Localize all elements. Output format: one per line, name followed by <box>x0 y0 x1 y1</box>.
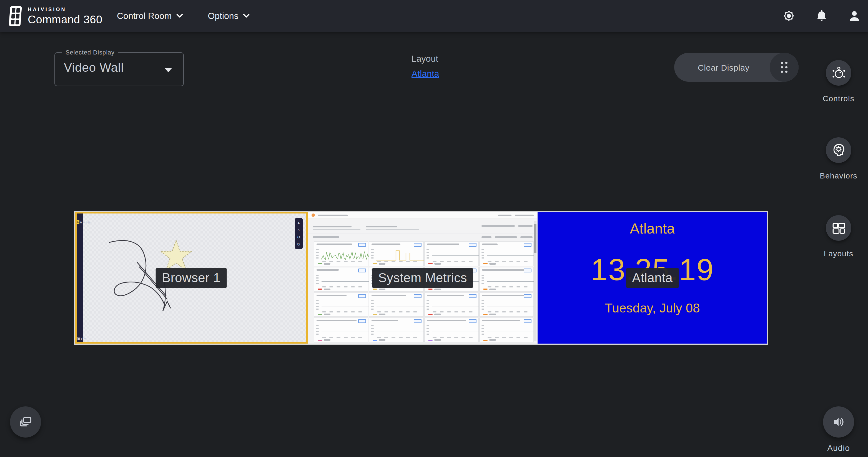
top-menus: Control Room Options <box>117 11 250 21</box>
clear-display-label: Clear Display <box>674 62 770 72</box>
audio-speaker-icon <box>831 415 846 429</box>
layouts-icon <box>831 221 846 235</box>
haivision-logo-icon <box>8 5 23 27</box>
drag-handle-icon <box>781 62 787 73</box>
chart-badge <box>524 319 532 323</box>
wall-panel-atlanta-clock[interactable]: Atlanta 13.25.19 Tuesday, July 08 Atlant… <box>537 212 767 344</box>
wall-panel-system-metrics[interactable]: System Metrics <box>307 212 537 344</box>
metrics-chart-cell <box>313 267 368 292</box>
clock-date: Tuesday, July 08 <box>605 301 700 316</box>
ellipse-tool-icon: ● <box>83 220 85 224</box>
clear-display-button[interactable]: Clear Display <box>674 53 799 82</box>
layouts-button[interactable] <box>826 215 851 241</box>
selected-display-dropdown[interactable]: Selected Display Video Wall <box>55 52 184 86</box>
metrics-dashboard-header <box>308 212 537 219</box>
chart-badge <box>469 319 476 323</box>
user-account-icon[interactable] <box>848 9 861 22</box>
chevron-down-icon <box>243 13 250 18</box>
drag-handle[interactable] <box>770 53 799 82</box>
image-tool-icon: ▣ <box>77 336 81 340</box>
panel-label-atlanta: Atlanta <box>626 268 679 287</box>
layout-label: Layout <box>411 54 439 64</box>
chart-badge <box>358 319 366 323</box>
command360-app: HAIVISION Command 360 Control Room Optio… <box>0 0 868 457</box>
dropdown-caret-icon <box>164 68 172 72</box>
frame-tool-icon: ▣ <box>75 220 76 224</box>
metrics-chart-grid <box>313 241 534 342</box>
behaviors-icon <box>831 142 846 158</box>
brand-haivision: HAIVISION <box>28 7 102 12</box>
metrics-chart-cell <box>479 267 534 292</box>
menu-options-label: Options <box>208 11 238 21</box>
controls-icon <box>831 66 847 80</box>
brand-text: HAIVISION Command 360 <box>28 7 102 25</box>
shape-tool-icon: ◆ <box>88 220 91 224</box>
chart-badge <box>358 243 366 247</box>
selected-display-value: Video Wall <box>64 61 124 75</box>
controls-button[interactable] <box>826 60 851 86</box>
video-wall-preview: ➤▣✎★●T◆ +▪▣⇄● ▲○↺↻ Browser 1 <box>74 211 768 345</box>
notifications-bell-icon[interactable] <box>815 9 828 22</box>
whiteboard-toolbar-bottom: +▪▣⇄● <box>75 332 86 342</box>
metrics-chart-cell <box>313 318 368 343</box>
behaviors-label: Behaviors <box>820 171 857 180</box>
dashboard-logo-icon <box>311 213 315 217</box>
behaviors-button[interactable] <box>826 137 851 163</box>
star-shape <box>160 240 192 270</box>
metrics-chart-cell <box>424 318 479 343</box>
metrics-chart-cell <box>369 318 424 343</box>
layouts-label: Layouts <box>824 249 853 258</box>
rail-item-behaviors: Behaviors <box>813 137 864 180</box>
rail-item-layouts: Layouts <box>813 215 864 258</box>
brand-command360: Command 360 <box>28 13 102 25</box>
metrics-variables-row <box>308 219 537 233</box>
whiteboard-toolbar-top: ➤▣✎★●T◆ <box>75 216 91 226</box>
metrics-variable-input <box>312 223 360 229</box>
metrics-chart-cell <box>313 292 368 317</box>
chart-badge <box>524 243 532 247</box>
top-bar-actions <box>782 9 861 22</box>
displays-stack-button[interactable] <box>10 406 41 437</box>
menu-control-room[interactable]: Control Room <box>117 11 183 21</box>
chart-badge <box>413 294 421 298</box>
metrics-variable-input <box>366 223 419 229</box>
clock-city: Atlanta <box>630 220 675 237</box>
settings-gear-icon[interactable] <box>782 9 795 22</box>
chart-badge <box>413 319 421 323</box>
layout-atlanta-link[interactable]: Atlanta <box>411 69 439 79</box>
draw-tool-icon: ✎ <box>76 220 79 224</box>
controls-label: Controls <box>823 94 855 103</box>
star-tool-icon: ★ <box>79 220 83 224</box>
color-tool-icon: ● <box>84 336 86 340</box>
metrics-chart-cell <box>479 318 534 343</box>
metrics-chart-cell <box>424 241 479 266</box>
chart-badge <box>524 294 532 298</box>
menu-control-room-label: Control Room <box>117 11 172 21</box>
layout-info: Layout Atlanta <box>411 54 439 79</box>
top-bar: HAIVISION Command 360 Control Room Optio… <box>0 0 868 32</box>
redo-icon: ↻ <box>296 241 302 248</box>
whiteboard-toolbar: ➤▣✎★●T◆ +▪▣⇄● <box>76 213 83 342</box>
metrics-scrollbar[interactable] <box>534 221 537 341</box>
panel-label-browser-1: Browser 1 <box>156 268 226 287</box>
audio-label: Audio <box>813 443 864 453</box>
whiteboard-zoom-toolbar: ▲○↺↻ <box>294 218 302 249</box>
metrics-chart-cell <box>369 241 424 266</box>
swap-tool-icon: ⇄ <box>81 336 84 340</box>
audio-button[interactable] <box>823 406 854 437</box>
rail-item-controls: Controls <box>813 60 864 103</box>
panel-label-system-metrics: System Metrics <box>372 268 473 287</box>
undo-icon: ↺ <box>296 234 302 240</box>
selected-display-label: Selected Display <box>62 49 118 56</box>
zoom-icon: ○ <box>296 227 302 233</box>
metrics-chart-cell <box>424 292 479 317</box>
chevron-down-icon <box>176 13 183 18</box>
chart-badge <box>469 294 476 298</box>
metrics-chart-cell <box>479 292 534 317</box>
chart-badge <box>358 268 366 273</box>
chart-badge <box>524 268 532 273</box>
add-tool-icon: + <box>75 336 75 340</box>
wall-panel-browser-1[interactable]: ➤▣✎★●T◆ +▪▣⇄● ▲○↺↻ Browser 1 <box>75 212 307 344</box>
chart-badge <box>469 243 476 247</box>
menu-options[interactable]: Options <box>208 11 250 21</box>
